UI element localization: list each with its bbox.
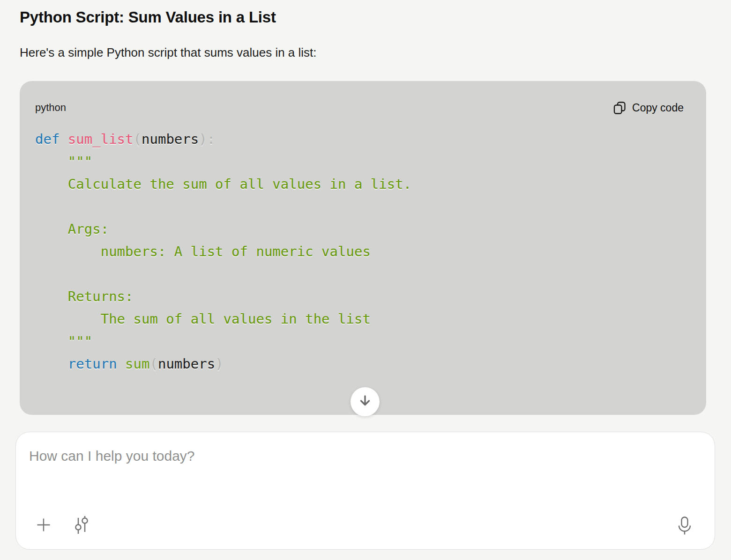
language-label: python: [35, 101, 66, 115]
code-line: The sum of all values in the list: [35, 308, 411, 330]
intro-text: Here's a simple Python script that sums …: [20, 45, 317, 60]
code-line: Returns:: [35, 285, 411, 308]
sliders-icon: [73, 515, 90, 535]
code-block-header: python Copy code: [20, 81, 706, 115]
arrow-down-icon: [357, 393, 373, 411]
code-line: def sum_list(numbers):: [35, 128, 411, 150]
scroll-down-button[interactable]: [351, 387, 380, 416]
page-title: Python Script: Sum Values in a List: [20, 8, 276, 26]
sliders-button[interactable]: [73, 515, 90, 535]
code-line: Calculate the sum of all values in a lis…: [35, 173, 411, 195]
message-input[interactable]: [29, 448, 685, 504]
code-line: numbers: A list of numeric values: [35, 240, 411, 263]
code-line: [35, 195, 411, 218]
composer-left-icons: [36, 515, 90, 535]
code-line: """: [35, 330, 411, 353]
chat-page: { "header": { "title": "Python Script: S…: [0, 0, 731, 560]
microphone-icon: [677, 516, 692, 536]
code-line: """: [35, 150, 411, 173]
copy-code-button[interactable]: Copy code: [613, 101, 684, 115]
composer-right-icons: [677, 516, 692, 536]
code-line: return sum(numbers): [35, 353, 411, 375]
code-block: python Copy code def sum_list(numbers): …: [20, 81, 706, 415]
code-line: [35, 263, 411, 285]
composer: [15, 432, 715, 550]
plus-button[interactable]: [36, 517, 51, 532]
plus-icon: [36, 517, 51, 532]
code-line: Args:: [35, 218, 411, 240]
copy-code-label: Copy code: [632, 101, 684, 115]
copy-icon: [613, 101, 626, 115]
microphone-button[interactable]: [677, 516, 692, 536]
code-content: def sum_list(numbers): """ Calculate the…: [35, 128, 411, 375]
